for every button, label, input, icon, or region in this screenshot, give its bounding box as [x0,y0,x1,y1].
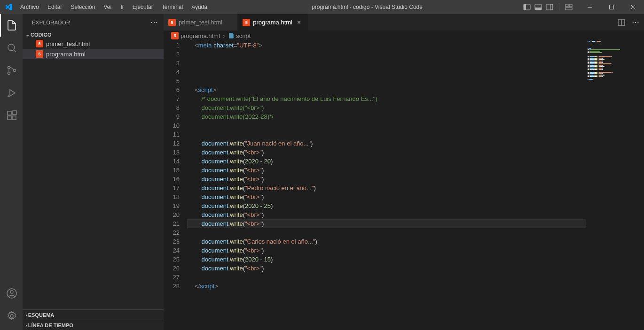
tab-actions: ⋯ [618,14,644,31]
svg-rect-6 [565,4,568,7]
folder-name: CODIGO [31,32,52,38]
toggle-primary-sidebar-icon[interactable] [523,3,531,11]
file-item-primer-test[interactable]: primer_test.html [23,38,164,49]
svg-rect-18 [12,116,16,120]
svg-rect-7 [569,4,572,7]
editor-area: primer_test.html × programa.html × ⋯ pro… [164,14,644,330]
menu-ejecutar[interactable]: Ejecutar [129,2,157,12]
html5-icon [168,19,176,26]
sidebar: EXPLORADOR ⋯ ⌄ CODIGO primer_test.html p… [23,14,164,330]
svg-rect-3 [535,8,542,10]
outline-section[interactable]: › ESQUEMA [23,309,164,320]
close-icon[interactable]: × [295,19,303,26]
source-control-icon[interactable] [0,59,23,82]
tab-label: primer_test.html [179,19,222,26]
svg-rect-19 [13,111,16,115]
menu-editar[interactable]: Editar [44,2,66,12]
toggle-panel-icon[interactable] [534,3,542,11]
svg-rect-1 [524,4,526,10]
vertical-scrollbar[interactable] [637,41,644,330]
tab-label: programa.html [253,19,292,26]
code-editor[interactable]: 1234567891011121314151617181920212223242… [164,41,644,330]
search-icon[interactable] [0,37,23,59]
breadcrumb-symbol[interactable]: script [236,32,251,39]
minimize-button[interactable] [579,0,601,14]
sidebar-more-icon[interactable]: ⋯ [150,18,158,27]
svg-rect-16 [8,111,11,115]
section-label: LÍNEA DE TIEMPO [28,322,73,328]
sidebar-title: EXPLORADOR [32,20,70,25]
titlebar: Archivo Editar Selección Ver Ir Ejecutar… [0,0,644,14]
activity-bar [0,14,23,330]
menu-seleccion[interactable]: Selección [67,2,99,12]
code-content[interactable]: <meta charset="UTF-8"><script> /* docume… [187,41,644,330]
svg-rect-9 [588,7,592,8]
settings-gear-icon[interactable] [0,305,23,327]
file-tree: primer_test.html programa.html [23,38,164,309]
svg-point-21 [10,291,13,293]
chevron-right-icon: › [25,322,27,328]
customize-layout-icon[interactable] [565,3,573,11]
svg-point-22 [10,315,13,317]
window-controls [579,0,644,14]
line-gutter: 1234567891011121314151617181920212223242… [164,41,187,330]
folder-header[interactable]: ⌄ CODIGO [23,31,164,38]
file-label: primer_test.html [46,40,90,47]
html5-icon [36,50,43,58]
close-button[interactable] [622,0,644,14]
layout-controls [523,3,579,11]
minimap[interactable] [586,41,637,330]
maximize-button[interactable] [601,0,622,14]
timeline-section[interactable]: › LÍNEA DE TIEMPO [23,320,164,330]
split-editor-icon[interactable] [618,19,625,26]
svg-point-13 [8,72,10,75]
svg-rect-4 [546,4,553,10]
script-symbol-icon [228,32,234,39]
explorer-icon[interactable] [0,14,23,37]
more-actions-icon[interactable]: ⋯ [632,18,639,27]
html5-icon [36,40,43,47]
svg-rect-17 [8,116,11,120]
section-label: ESQUEMA [28,312,55,318]
run-debug-icon[interactable] [0,82,23,104]
menu-ver[interactable]: Ver [100,2,116,12]
window-title: programa.html - codigo - Visual Studio C… [211,4,523,10]
tab-programa[interactable]: programa.html × [238,14,308,31]
svg-rect-10 [610,5,614,9]
svg-point-12 [8,67,10,69]
tab-primer-test[interactable]: primer_test.html × [164,14,238,31]
svg-rect-8 [565,8,572,10]
breadcrumb-file[interactable]: programa.html [181,32,220,39]
svg-point-15 [8,96,9,97]
extensions-icon[interactable] [0,104,23,127]
breadcrumb[interactable]: programa.html › script [164,31,644,41]
vscode-logo-icon [0,3,16,11]
svg-point-11 [8,44,15,51]
chevron-right-icon: › [25,312,27,318]
menu-archivo[interactable]: Archivo [16,2,43,12]
accounts-icon[interactable] [0,282,23,305]
tab-bar: primer_test.html × programa.html × ⋯ [164,14,644,31]
html5-icon [171,32,179,39]
file-label: programa.html [46,51,86,58]
menu-bar: Archivo Editar Selección Ver Ir Ejecutar… [16,2,211,12]
menu-ayuda[interactable]: Ayuda [188,2,211,12]
menu-ir[interactable]: Ir [117,2,127,12]
toggle-secondary-sidebar-icon[interactable] [546,3,553,11]
chevron-down-icon: ⌄ [25,31,30,38]
html5-icon [243,19,250,26]
svg-rect-5 [550,4,553,10]
chevron-right-icon: › [223,32,225,39]
menu-terminal[interactable]: Terminal [158,2,187,12]
file-item-programa[interactable]: programa.html [23,49,164,59]
sidebar-header: EXPLORADOR ⋯ [23,14,164,31]
